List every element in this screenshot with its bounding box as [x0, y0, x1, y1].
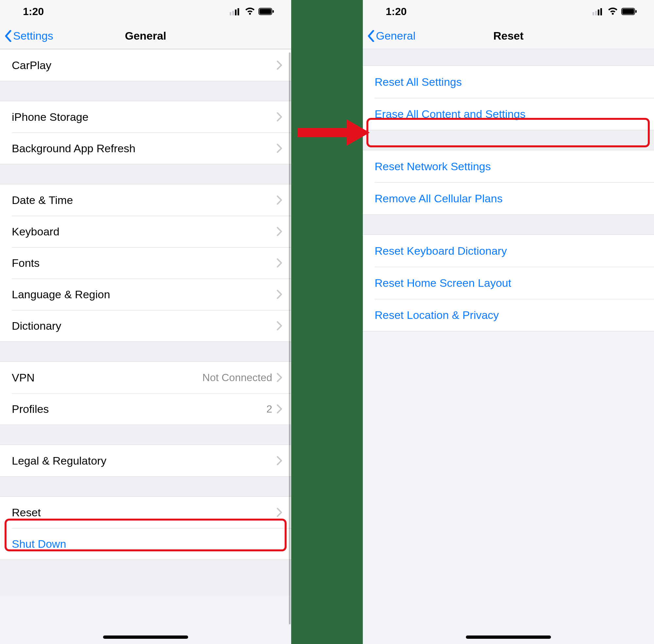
- row-reset-network[interactable]: Reset Network Settings: [363, 150, 654, 182]
- svg-rect-3: [238, 8, 239, 15]
- status-icons: [230, 7, 275, 15]
- row-remove-cellular[interactable]: Remove All Cellular Plans: [363, 182, 654, 214]
- battery-icon: [621, 7, 638, 15]
- phone-reset-settings: 1:20 General Reset Reset All Settings E: [363, 0, 654, 644]
- svg-rect-12: [622, 9, 634, 14]
- row-fonts[interactable]: Fonts: [0, 247, 291, 279]
- chevron-right-icon: [277, 456, 282, 465]
- svg-rect-5: [260, 9, 271, 14]
- status-time: 1:20: [23, 5, 44, 18]
- nav-bar: General Reset: [363, 23, 654, 49]
- signal-icon: [592, 7, 604, 15]
- status-bar: 1:20: [0, 0, 291, 23]
- wifi-icon: [245, 7, 255, 15]
- row-dictionary[interactable]: Dictionary: [0, 310, 291, 342]
- row-language-region[interactable]: Language & Region: [0, 279, 291, 310]
- svg-rect-8: [595, 11, 597, 15]
- row-reset-location-privacy[interactable]: Reset Location & Privacy: [363, 299, 654, 331]
- row-profiles[interactable]: Profiles 2: [0, 393, 291, 424]
- status-bar: 1:20: [363, 0, 654, 23]
- chevron-left-icon: [5, 30, 12, 42]
- row-reset-home-layout[interactable]: Reset Home Screen Layout: [363, 267, 654, 299]
- row-date-time[interactable]: Date & Time: [0, 184, 291, 216]
- chevron-right-icon: [277, 290, 282, 299]
- row-reset-keyboard-dict[interactable]: Reset Keyboard Dictionary: [363, 235, 654, 267]
- settings-list: CarPlay iPhone Storage Background App Re…: [0, 49, 291, 596]
- row-legal-regulatory[interactable]: Legal & Regulatory: [0, 445, 291, 476]
- row-vpn[interactable]: VPN Not Connected: [0, 362, 291, 393]
- nav-bar: Settings General: [0, 23, 291, 49]
- phone-general-settings: 1:20 Settings General CarPlay: [0, 0, 291, 644]
- battery-icon: [259, 7, 275, 15]
- wifi-icon: [608, 7, 618, 15]
- chevron-right-icon: [277, 112, 282, 121]
- row-keyboard[interactable]: Keyboard: [0, 216, 291, 247]
- row-reset[interactable]: Reset: [0, 497, 291, 528]
- chevron-right-icon: [277, 196, 282, 205]
- svg-rect-1: [232, 11, 234, 15]
- svg-rect-7: [592, 12, 594, 15]
- svg-rect-13: [635, 10, 637, 13]
- svg-rect-6: [272, 10, 274, 13]
- home-indicator[interactable]: [466, 636, 551, 639]
- chevron-right-icon: [277, 144, 282, 153]
- profile-count: 2: [266, 403, 272, 415]
- svg-rect-10: [600, 8, 602, 15]
- signal-icon: [230, 7, 241, 15]
- row-carplay[interactable]: CarPlay: [0, 49, 291, 81]
- chevron-right-icon: [277, 373, 282, 382]
- chevron-right-icon: [277, 61, 282, 70]
- status-icons: [592, 7, 638, 15]
- vpn-status: Not Connected: [202, 372, 272, 384]
- svg-rect-9: [598, 9, 599, 15]
- back-button-general[interactable]: General: [363, 29, 415, 42]
- chevron-right-icon: [277, 404, 282, 414]
- svg-rect-2: [235, 9, 237, 15]
- chevron-right-icon: [277, 508, 282, 517]
- chevron-left-icon: [367, 30, 374, 42]
- scrollbar[interactable]: [289, 52, 291, 624]
- back-label: Settings: [13, 29, 53, 42]
- home-indicator[interactable]: [103, 636, 188, 639]
- row-background-app-refresh[interactable]: Background App Refresh: [0, 133, 291, 164]
- back-button-settings[interactable]: Settings: [0, 29, 53, 42]
- chevron-right-icon: [277, 227, 282, 236]
- reset-list: Reset All Settings Erase All Content and…: [363, 49, 654, 331]
- row-iphone-storage[interactable]: iPhone Storage: [0, 101, 291, 133]
- row-shut-down[interactable]: Shut Down: [0, 528, 291, 559]
- chevron-right-icon: [277, 321, 282, 330]
- back-label: General: [376, 29, 415, 42]
- row-reset-all-settings[interactable]: Reset All Settings: [363, 66, 654, 98]
- annotation-arrow: [298, 118, 370, 147]
- row-erase-all-content[interactable]: Erase All Content and Settings: [363, 98, 654, 130]
- svg-rect-0: [230, 12, 231, 15]
- chevron-right-icon: [277, 258, 282, 268]
- status-time: 1:20: [386, 5, 407, 18]
